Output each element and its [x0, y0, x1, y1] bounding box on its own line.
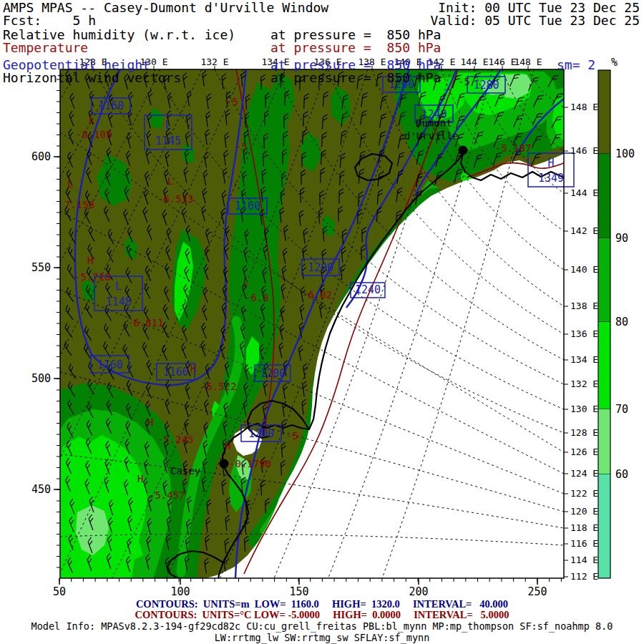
height-contour-label: 1240: [351, 283, 385, 298]
colorbar-tick-label: 60: [615, 468, 628, 481]
temp-label: L: [67, 178, 73, 190]
temp-label: -5.457: [149, 489, 185, 501]
top-lon-label: 138 E: [358, 57, 386, 67]
colorbar: 10090807060%: [598, 56, 635, 578]
top-lon-label: 140 E: [394, 57, 421, 67]
temp-contour-info: CONTOURS: UNITS=°C LOW= -5.0000 HIGH= 0.…: [0, 609, 644, 621]
temp-label: -0.1796: [229, 458, 271, 469]
right-lon-label: 120 E: [570, 506, 598, 517]
plot-svg: L-8.105-5-5L-6.533L7.158H-5.718-6.811L-6…: [0, 0, 644, 644]
temp-label: -6.02: [302, 289, 332, 301]
colorbar-segment: [598, 238, 610, 322]
svg-text:1160: 1160: [162, 366, 188, 379]
y-tick-label: 600: [31, 150, 51, 163]
right-lon-label: 146 E: [570, 145, 598, 156]
right-lon-label: 114 E: [570, 555, 598, 565]
svg-text:H: H: [547, 157, 554, 170]
temp-label: L: [243, 276, 249, 288]
temp-label: L: [89, 114, 94, 125]
temp-label: -5.245: [157, 434, 194, 445]
colorbar-segment: [598, 154, 610, 238]
x-tick-label: 200: [409, 585, 428, 598]
right-lon-label: 112 E: [570, 571, 598, 582]
svg-text:1145: 1145: [155, 135, 181, 147]
top-lon-label: 130 E: [140, 57, 167, 67]
svg-text:1160: 1160: [98, 99, 124, 112]
right-lon-label: 118 E: [570, 522, 598, 533]
right-lon-label: 124 E: [570, 468, 598, 479]
temp-label: 7.158: [64, 199, 94, 210]
svg-text:1349: 1349: [538, 172, 564, 185]
svg-text:1148: 1148: [105, 296, 131, 308]
svg-text:1280: 1280: [473, 79, 499, 92]
top-lon-label: 146 E: [488, 57, 516, 67]
top-lon-label: 128 E: [79, 57, 107, 67]
top-lon-label: 144 E: [460, 57, 488, 67]
svg-text:1240: 1240: [355, 283, 381, 296]
station-dot: [459, 146, 468, 155]
top-lon-label: 136 E: [313, 57, 341, 67]
svg-text:L: L: [165, 119, 171, 132]
colorbar-tick-label: 80: [615, 316, 628, 328]
colorbar-segment: [598, 409, 610, 474]
svg-text:1200: 1200: [260, 367, 286, 380]
right-lon-label: 136 E: [570, 328, 598, 339]
right-lon-label: 148 E: [570, 102, 598, 112]
right-lon-label: 140 E: [570, 264, 598, 275]
svg-text:1200: 1200: [308, 261, 333, 274]
top-lon-label: 132 E: [200, 57, 228, 67]
y-tick-label: 500: [31, 372, 51, 385]
right-lon-label: 138 E: [570, 301, 598, 311]
temp-label: -5: [235, 141, 248, 152]
svg-text:1200: 1200: [389, 78, 414, 91]
station-dot: [220, 459, 229, 469]
temp-label: H: [190, 363, 196, 374]
temp-label: -6.811: [127, 317, 164, 328]
colorbar-segment: [598, 322, 610, 409]
temp-label: -5.718: [74, 271, 111, 283]
station-label: d'Urville: [404, 130, 459, 142]
colorbar-segment: [598, 474, 610, 578]
temp-label: -5.522: [200, 381, 237, 392]
colorbar-tick-label: 90: [615, 232, 628, 245]
temp-label: -5: [458, 76, 470, 87]
temp-label: -6.8: [245, 292, 269, 303]
svg-text:L: L: [115, 280, 122, 293]
y-tick-label: 450: [31, 483, 51, 496]
amps-mpas-plot-page: L-8.105-5-5L-6.533L7.158H-5.718-6.811L-6…: [0, 0, 644, 644]
top-lon-label: 148 E: [514, 57, 542, 67]
right-lon-label: 132 E: [570, 379, 598, 389]
right-lon-label: 122 E: [570, 488, 598, 499]
y-tick-label: 550: [31, 261, 51, 274]
right-lon-label: 128 E: [570, 427, 598, 438]
x-tick-label: 50: [53, 585, 66, 598]
temp-label: H: [87, 255, 93, 266]
x-tick-label: 150: [289, 585, 308, 598]
temp-label: H: [225, 440, 230, 452]
right-lon-label: 144 E: [570, 187, 598, 198]
colorbar-tick-label: 100: [615, 147, 635, 160]
right-lon-label: 116 E: [570, 538, 598, 549]
temp-label: H: [137, 473, 143, 484]
temp-label: -5: [226, 96, 238, 107]
top-lon-label: 134 E: [261, 57, 289, 67]
colorbar-segment: [598, 70, 610, 154]
x-tick-label: 250: [527, 585, 547, 598]
svg-text:1160: 1160: [97, 358, 122, 371]
temp-label: L: [167, 175, 173, 187]
right-lon-label: 142 E: [570, 225, 598, 236]
model-info-line1: Model Info: MPASv8.2.3-194-gf29cd82c CU:…: [0, 620, 644, 632]
temp-label: H: [147, 416, 153, 428]
temp-label: -5: [286, 430, 298, 441]
station-label: Dumont: [416, 117, 452, 129]
temp-label: -5.187: [495, 142, 532, 154]
station-label: Casey: [170, 465, 200, 477]
temp-label: -8.105: [76, 129, 112, 140]
svg-text:1160: 1160: [235, 200, 260, 213]
height-contour-label: 1200: [255, 365, 291, 381]
temp-label: -6.533: [157, 193, 194, 205]
colorbar-unit: %: [611, 56, 618, 69]
right-lon-label: 130 E: [570, 404, 598, 414]
model-info-line2: LW:rrtmg_lw SW:rrtmg_sw SFLAY:sf_mynn: [0, 632, 644, 643]
colorbar-tick-label: 70: [615, 403, 628, 416]
